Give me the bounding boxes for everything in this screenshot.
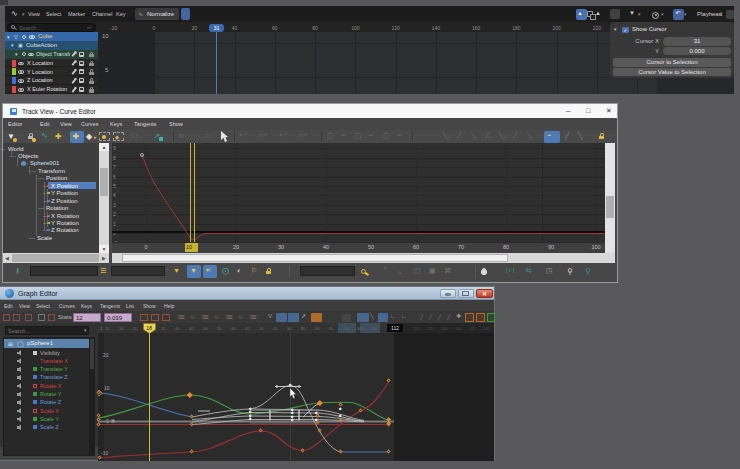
svg-text:18: 18 xyxy=(146,325,152,331)
